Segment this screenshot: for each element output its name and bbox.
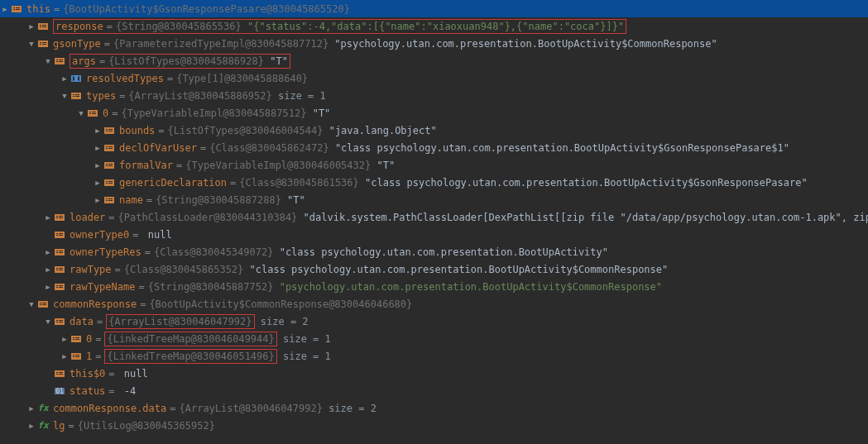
value: "T" xyxy=(281,194,305,206)
svg-rect-91 xyxy=(42,304,46,305)
tree-row[interactable]: ▼types={ArrayList@830045886952} size = 1 xyxy=(0,87,868,104)
tree-row[interactable]: ▶bounds={ListOfTypes@830046004544} "java… xyxy=(0,122,868,139)
row-content: commonResponse.data={ArrayList@830046047… xyxy=(53,403,376,414)
svg-rect-28 xyxy=(73,94,74,95)
runtime-type: {Class@830045349072} xyxy=(154,246,274,258)
value: "class psychology.utan.com.presentation.… xyxy=(243,264,668,275)
svg-rect-81 xyxy=(59,270,63,270)
svg-rect-3 xyxy=(16,7,20,8)
svg-rect-100 xyxy=(75,337,79,338)
svg-rect-75 xyxy=(59,251,63,251)
tree-row[interactable]: ▼0={TypeVariableImpl@830045887512} "T" xyxy=(0,104,868,122)
expand-icon[interactable]: ▶ xyxy=(26,422,36,430)
tree-row[interactable]: ▶resolvedTypes={Type[1]@830045888640} xyxy=(0,69,868,87)
expand-icon[interactable]: ▶ xyxy=(43,248,53,256)
collapse-icon[interactable]: ▼ xyxy=(43,57,53,65)
field-name: ownerType0 xyxy=(70,229,129,241)
svg-rect-30 xyxy=(75,94,79,95)
row-content: args={ListOfTypes@830045886928} "T" xyxy=(70,54,290,69)
tree-row[interactable]: ownerType0= null xyxy=(0,226,868,243)
tree-row[interactable]: ▶name={String@830045887288} "T" xyxy=(0,191,868,208)
svg-rect-53 xyxy=(106,181,108,182)
tree-row[interactable]: 01status= -4 xyxy=(0,382,868,399)
svg-rect-66 xyxy=(59,217,63,218)
tree-row[interactable]: ▶rawType={Class@830045865352} "class psy… xyxy=(0,260,868,278)
expand-icon[interactable]: ▶ xyxy=(26,22,36,31)
equals-sign: = xyxy=(173,160,185,171)
field-name: name xyxy=(119,194,143,206)
collapse-icon[interactable]: ▼ xyxy=(76,109,86,117)
svg-rect-46 xyxy=(108,148,113,149)
value: "T" xyxy=(371,160,395,171)
variables-tree[interactable]: ▶this={BootUpActivity$GsonResponsePasare… xyxy=(0,0,868,434)
svg-rect-105 xyxy=(75,355,79,356)
tree-row[interactable]: ▶rawTypeName={String@830045887752} "psyc… xyxy=(0,278,868,295)
expand-icon[interactable]: ▶ xyxy=(93,144,103,152)
svg-rect-45 xyxy=(108,146,113,147)
tree-row[interactable]: ▶0={LinkedTreeMap@830046049944} size = 1 xyxy=(0,330,868,347)
svg-rect-70 xyxy=(59,233,63,234)
collapse-icon[interactable]: ▼ xyxy=(60,92,70,100)
value: "class psychology.utan.com.presentation.… xyxy=(273,246,608,258)
tree-row[interactable]: ▶formalVar={TypeVariableImpl@83004600543… xyxy=(0,156,868,174)
value: "dalvik.system.PathClassLoader[DexPathLi… xyxy=(297,212,868,223)
equals-sign: = xyxy=(105,385,117,397)
equals-sign: = xyxy=(164,73,176,84)
expand-icon[interactable]: ▶ xyxy=(43,283,53,291)
expand-icon[interactable]: ▶ xyxy=(93,179,103,187)
expand-icon[interactable]: ▶ xyxy=(60,352,70,360)
expand-icon[interactable]: ▶ xyxy=(60,335,70,343)
expand-icon[interactable]: ▶ xyxy=(26,404,36,413)
tree-row[interactable]: ▶this={BootUpActivity$GsonResponsePasare… xyxy=(0,0,868,17)
expand-icon[interactable]: ▶ xyxy=(93,196,103,204)
svg-rect-31 xyxy=(75,96,79,97)
field-name: response xyxy=(55,21,103,32)
tree-row[interactable]: ▶genericDeclaration={Class@830045861536}… xyxy=(0,174,868,191)
field-name: this$0 xyxy=(70,368,105,380)
svg-rect-2 xyxy=(13,9,15,10)
equals-sign: = xyxy=(116,90,128,102)
tree-row[interactable]: ▶response={String@830045865536} "{"statu… xyxy=(0,17,868,35)
row-content: loader={PathClassLoader@830044310384} "d… xyxy=(70,212,868,223)
collapse-icon[interactable]: ▼ xyxy=(26,40,36,48)
svg-rect-60 xyxy=(108,198,113,199)
string-value: "{"status":-4,"data":[{"name":"xiaoxuan9… xyxy=(242,21,624,32)
tree-row[interactable]: ▶fxlg={UtilsLog@830045365952} xyxy=(0,417,868,434)
tree-row[interactable]: ▶declOfVarUser={Class@830045862472} "cla… xyxy=(0,139,868,156)
row-content: commonResponse={BootUpActivity$CommonRes… xyxy=(53,298,412,310)
svg-rect-86 xyxy=(59,287,63,288)
collapse-icon[interactable]: ▼ xyxy=(26,300,36,308)
tree-row[interactable]: ▶loader={PathClassLoader@830044310384} "… xyxy=(0,208,868,226)
svg-rect-19 xyxy=(59,61,63,62)
tree-row[interactable]: ▼gsonType={ParameterizedTypeImpl@8300458… xyxy=(0,35,868,52)
expand-icon[interactable]: ▶ xyxy=(60,74,70,83)
field-name: resolvedTypes xyxy=(86,73,164,84)
field-icon xyxy=(103,159,116,172)
highlight-box: response={String@830045865536} "{"status… xyxy=(53,19,626,34)
tree-row[interactable]: ▼commonResponse={BootUpActivity$CommonRe… xyxy=(0,295,868,313)
equals-sign: = xyxy=(155,125,167,136)
green-icon: fx xyxy=(36,402,50,415)
field-icon xyxy=(53,315,66,328)
equals-sign: = xyxy=(166,403,179,414)
collapse-icon[interactable]: ▼ xyxy=(43,317,53,326)
svg-rect-11 xyxy=(40,42,41,43)
tree-row[interactable]: this$0= null xyxy=(0,365,868,382)
field-name: args xyxy=(72,55,96,67)
expand-icon[interactable]: ▶ xyxy=(93,161,103,169)
expand-icon[interactable]: ▶ xyxy=(43,213,53,222)
highlight-box: {ArrayList@830046047992} xyxy=(106,314,254,329)
tree-row[interactable]: ▶fxcommonResponse.data={ArrayList@830046… xyxy=(0,399,868,417)
svg-rect-76 xyxy=(59,252,63,253)
tree-row[interactable]: ▼args={ListOfTypes@830045886928} "T" xyxy=(0,52,868,69)
field-name: data xyxy=(70,316,94,327)
expand-icon[interactable]: ▶ xyxy=(93,127,103,135)
svg-rect-109 xyxy=(56,374,58,375)
svg-rect-55 xyxy=(108,181,113,182)
row-content: declOfVarUser={Class@830045862472} "clas… xyxy=(119,142,789,154)
tree-row[interactable]: ▶ownerTypeRes={Class@830045349072} "clas… xyxy=(0,243,868,260)
tree-row[interactable]: ▼data={ArrayList@830046047992} size = 2 xyxy=(0,313,868,330)
expand-icon[interactable]: ▶ xyxy=(43,265,53,274)
expand-icon[interactable]: ▶ xyxy=(0,5,10,13)
tree-row[interactable]: ▶1={LinkedTreeMap@830046051496} size = 1 xyxy=(0,347,868,365)
